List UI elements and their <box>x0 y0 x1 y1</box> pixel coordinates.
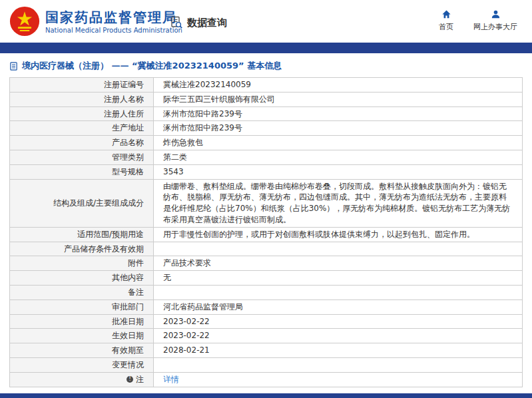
field-label: 注册证编号 <box>10 78 154 93</box>
table-row: 附件产品技术要求 <box>10 256 523 271</box>
org-name-en: National Medical Products Administration <box>45 27 182 34</box>
field-value <box>154 242 523 256</box>
field-label: 生效日期 <box>10 329 154 343</box>
field-value: 炸伤急救包 <box>154 136 523 150</box>
field-label: 注册人住所 <box>10 106 154 121</box>
table-row: 有效期至2028-02-21 <box>10 343 523 358</box>
field-value: 第二类 <box>154 150 523 164</box>
table-row: 产品名称炸伤急救包 <box>10 136 523 150</box>
info-table: 注册证编号冀械注准20232140059注册人名称际华三五四三针织服饰有限公司注… <box>9 77 523 387</box>
field-value: 详情 <box>154 372 523 387</box>
field-label: 生产地址 <box>10 121 154 136</box>
field-label: 注册人名称 <box>10 92 154 106</box>
table-row: 生效日期2023-02-22 <box>10 329 523 343</box>
service-hall-link[interactable]: 网上办事大厅 <box>473 9 517 32</box>
field-label: 变更情况 <box>10 357 154 372</box>
field-value <box>154 285 523 299</box>
field-label: 型号规格 <box>10 164 154 179</box>
breadcrumb: 境内医疗器械（注册） —— “冀械注准20232140059” 基本信息 <box>0 53 532 77</box>
field-label: 适用范围/预期用途 <box>10 227 154 242</box>
nav-data-query[interactable]: 数据查询 <box>170 16 227 29</box>
field-label: 产品储存条件及有效期 <box>10 242 154 256</box>
table-row: 备注 <box>10 285 523 299</box>
field-label: 产品名称 <box>10 136 154 150</box>
national-emblem-logo <box>9 6 40 37</box>
table-row: 其他内容无 <box>10 271 523 286</box>
field-label: 备注 <box>10 285 154 299</box>
table-row: 注册人名称际华三五四三针织服饰有限公司 <box>10 92 523 106</box>
field-label: 管理类别 <box>10 150 154 164</box>
field-value: 2023-02-22 <box>154 329 523 343</box>
field-value: 际华三五四三针织服饰有限公司 <box>154 92 523 106</box>
home-link-label: 首页 <box>439 22 453 32</box>
field-value: 冀械注准20232140059 <box>154 78 523 93</box>
field-value: 由绷带卷、敷料垫组成。绷带卷由纯棉纱布卷叠，切段而成。敷料垫从接触皮肤面向外为：… <box>154 179 523 227</box>
data-query-icon <box>170 16 183 29</box>
field-value: 河北省药品监督管理局 <box>154 299 523 314</box>
table-row: 生产地址涿州市范阳中路239号 <box>10 121 523 136</box>
field-value: 用于非慢性创面的护理，或用于对创面敷料或肢体提供束缚力，以起到包扎、固定作用。 <box>154 227 523 242</box>
document-icon <box>9 62 18 71</box>
table-row: 批准日期2023-02-22 <box>10 314 523 329</box>
field-value: 涿州市范阳中路239号 <box>154 121 523 136</box>
breadcrumb-text: 境内医疗器械（注册） —— “冀械注准20232140059” 基本信息 <box>22 60 282 72</box>
detail-link[interactable]: 详情 <box>163 375 179 384</box>
table-row: 结构及组成/主要组成成分由绷带卷、敷料垫组成。绷带卷由纯棉纱布卷叠，切段而成。敷… <box>10 179 523 227</box>
field-label: 其他内容 <box>10 271 154 286</box>
table-row: 注册证编号冀械注准20232140059 <box>10 78 523 93</box>
org-name-cn: 国家药品监督管理局 <box>45 9 182 25</box>
quick-links: 首页 网上办事大厅 <box>439 9 517 32</box>
table-row: 管理类别第二类 <box>10 150 523 164</box>
home-icon <box>441 9 451 19</box>
field-value: 涿州市范阳中路239号 <box>154 106 523 121</box>
field-value: 2028-02-21 <box>154 343 523 358</box>
field-label: 批准日期 <box>10 314 154 329</box>
nav-data-query-label: 数据查询 <box>187 17 227 29</box>
site-header: 国家药品监督管理局 National Medical Products Admi… <box>0 0 532 43</box>
primary-nav-bar <box>0 43 532 53</box>
home-link[interactable]: 首页 <box>439 9 453 32</box>
note-icon <box>127 376 133 383</box>
field-label: 结构及组成/主要组成成分 <box>10 179 154 227</box>
table-row: 产品储存条件及有效期 <box>10 242 523 256</box>
user-icon <box>491 9 501 19</box>
field-value: 2023-02-22 <box>154 314 523 329</box>
footer-bar <box>0 393 532 398</box>
page: 国家药品监督管理局 National Medical Products Admi… <box>0 0 532 398</box>
table-row: 审批部门河北省药品监督管理局 <box>10 299 523 314</box>
table-row: 注册人住所涿州市范阳中路239号 <box>10 106 523 121</box>
field-value: 3543 <box>154 164 523 179</box>
service-hall-link-label: 网上办事大厅 <box>473 22 517 32</box>
field-label: 注 <box>10 372 154 387</box>
table-row: 适用范围/预期用途用于非慢性创面的护理，或用于对创面敷料或肢体提供束缚力，以起到… <box>10 227 523 242</box>
table-row: 变更情况 <box>10 357 523 372</box>
field-label: 有效期至 <box>10 343 154 358</box>
field-value: 无 <box>154 271 523 286</box>
field-label: 附件 <box>10 256 154 271</box>
field-value <box>154 357 523 372</box>
brand-text: 国家药品监督管理局 National Medical Products Admi… <box>45 9 182 34</box>
info-table-body: 注册证编号冀械注准20232140059注册人名称际华三五四三针织服饰有限公司注… <box>10 78 523 387</box>
field-label: 审批部门 <box>10 299 154 314</box>
table-row: 注详情 <box>10 372 523 387</box>
table-row: 型号规格3543 <box>10 164 523 179</box>
field-value: 产品技术要求 <box>154 256 523 271</box>
brand: 国家药品监督管理局 National Medical Products Admi… <box>9 6 182 37</box>
